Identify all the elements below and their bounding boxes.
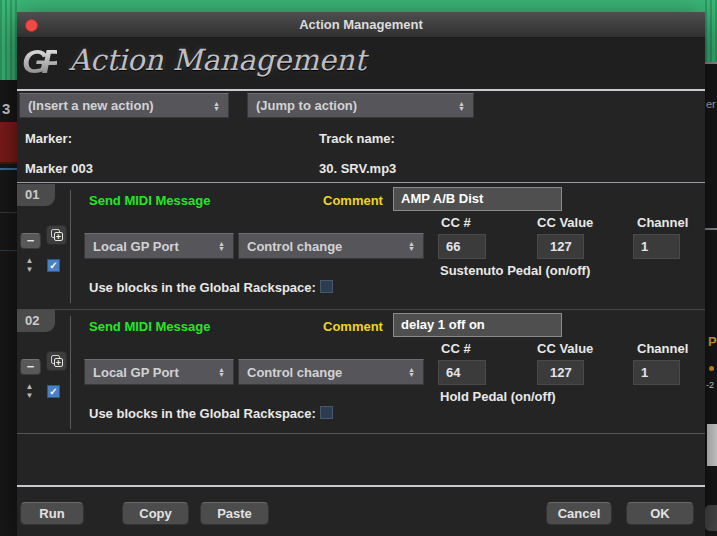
section-divider (17, 182, 705, 183)
insert-action-dropdown-value: (Insert a new action) (28, 98, 209, 113)
action-management-dialog: Action Management GP Action Management (… (17, 12, 705, 536)
use-blocks-checkbox[interactable] (320, 280, 333, 293)
use-blocks-label: Use blocks in the Global Rackspace: (89, 406, 316, 421)
action-enabled-checkbox[interactable]: ✓ (47, 259, 60, 272)
background-value-label: -2 (706, 380, 714, 390)
ok-button[interactable]: OK (626, 502, 694, 525)
dropdown-arrows-icon: ▲▼ (408, 367, 415, 377)
background-track-number: 3 (2, 100, 10, 117)
remove-action-button[interactable]: − (20, 233, 41, 249)
row-divider-line (70, 316, 71, 429)
midi-port-dropdown-value: Local GP Port (93, 365, 214, 380)
remove-action-button[interactable]: − (20, 359, 41, 375)
arrow-down-icon: ▼ (26, 266, 34, 273)
action-index-tab: 01 (17, 184, 55, 206)
channel-input[interactable]: 1 (633, 234, 680, 259)
paste-button[interactable]: Paste (200, 502, 269, 525)
dropdown-arrows-icon: ▲▼ (458, 101, 465, 111)
window-title: Action Management (17, 12, 705, 38)
background-red-region (0, 122, 17, 164)
cc-value-label: CC Value (537, 341, 593, 356)
background-button-fragment (705, 505, 717, 531)
cc-number-input[interactable]: 66 (438, 234, 486, 259)
background-left-edge: 3 (0, 0, 17, 536)
plus-icon: + (54, 232, 63, 241)
plus-icon: + (54, 358, 63, 367)
background-divider (705, 62, 717, 64)
title-bar[interactable]: Action Management (17, 12, 705, 38)
reorder-action-handle[interactable]: ▲ ▼ (21, 380, 38, 402)
background-indicator-dot (709, 366, 714, 371)
dropdown-arrows-icon: ▲▼ (213, 101, 220, 111)
marker-value: Marker 003 (25, 161, 93, 176)
gig-performer-logo-icon: GP (22, 42, 57, 81)
reorder-action-handle[interactable]: ▲ ▼ (21, 254, 38, 276)
jump-to-action-dropdown[interactable]: (Jump to action) ▲▼ (247, 93, 474, 118)
arrow-up-icon: ▲ (26, 257, 34, 264)
background-grid-line (0, 212, 17, 213)
dropdown-arrows-icon: ▲▼ (218, 367, 225, 377)
duplicate-action-button[interactable]: + (46, 351, 67, 371)
cc-value-input[interactable]: 127 (537, 234, 584, 259)
row-divider-line (70, 190, 71, 303)
message-type-dropdown-value: Control change (247, 365, 404, 380)
header-divider (17, 89, 705, 91)
cc-description: Hold Pedal (on/off) (440, 389, 556, 404)
screen: 3 er C P -2 Action Management GP Action … (0, 0, 717, 536)
action-row-01: 01 − + ▲ ▼ ✓ Send MIDI Message Comment A… (17, 184, 705, 309)
action-type-label: Send MIDI Message (89, 193, 210, 208)
background-clipped-text: er C (706, 98, 717, 110)
comment-input[interactable]: delay 1 off on (393, 313, 562, 337)
message-type-dropdown[interactable]: Control change ▲▼ (238, 359, 424, 385)
dropdown-arrows-icon: ▲▼ (408, 241, 415, 251)
marker-label: Marker: (25, 131, 72, 146)
action-type-label: Send MIDI Message (89, 319, 210, 334)
waveform-fragment (0, 0, 17, 80)
jump-to-action-dropdown-value: (Jump to action) (256, 98, 454, 113)
cancel-button[interactable]: Cancel (546, 502, 612, 525)
track-name-label: Track name: (319, 131, 395, 146)
background-blue-line (0, 168, 17, 170)
use-blocks-label: Use blocks in the Global Rackspace: (89, 280, 316, 295)
comment-label: Comment (323, 319, 383, 334)
background-waveform-strip-top (0, 0, 717, 12)
cc-number-label: CC # (441, 215, 471, 230)
channel-label: Channel (637, 215, 688, 230)
action-enabled-checkbox[interactable]: ✓ (47, 385, 60, 398)
cc-value-label: CC Value (537, 215, 593, 230)
midi-port-dropdown-value: Local GP Port (93, 239, 214, 254)
insert-action-dropdown[interactable]: (Insert a new action) ▲▼ (19, 93, 229, 118)
comment-label: Comment (323, 193, 383, 208)
action-index-tab: 02 (17, 310, 55, 332)
background-right-edge: er C P -2 (705, 0, 717, 536)
footer-divider (17, 485, 705, 487)
background-p-label: P (708, 334, 717, 349)
message-type-dropdown[interactable]: Control change ▲▼ (238, 233, 424, 259)
comment-input[interactable]: AMP A/B Dist (393, 187, 562, 211)
channel-label: Channel (637, 341, 688, 356)
copy-button[interactable]: Copy (122, 502, 189, 525)
message-type-dropdown-value: Control change (247, 239, 404, 254)
waveform-fragment (705, 0, 717, 62)
cc-description: Sustenuto Pedal (on/off) (440, 263, 590, 278)
action-row-02: 02 − + ▲ ▼ ✓ Send MIDI Message Comment d… (17, 309, 705, 434)
logo-script-title: Action Management (69, 43, 366, 77)
track-name-value: 30. SRV.mp3 (319, 161, 396, 176)
logo-header: GP Action Management (17, 38, 705, 89)
background-fader-cap (707, 424, 717, 466)
background-divider (705, 228, 717, 230)
midi-port-dropdown[interactable]: Local GP Port ▲▼ (84, 233, 234, 259)
cc-value-input[interactable]: 127 (537, 360, 584, 385)
background-grid-line (0, 250, 17, 251)
run-button[interactable]: Run (20, 502, 84, 525)
dropdown-arrows-icon: ▲▼ (218, 241, 225, 251)
channel-input[interactable]: 1 (633, 360, 680, 385)
use-blocks-checkbox[interactable] (320, 406, 333, 419)
arrow-up-icon: ▲ (26, 383, 34, 390)
cc-number-input[interactable]: 64 (438, 360, 486, 385)
arrow-down-icon: ▼ (26, 392, 34, 399)
midi-port-dropdown[interactable]: Local GP Port ▲▼ (84, 359, 234, 385)
cc-number-label: CC # (441, 341, 471, 356)
duplicate-action-button[interactable]: + (46, 225, 67, 245)
